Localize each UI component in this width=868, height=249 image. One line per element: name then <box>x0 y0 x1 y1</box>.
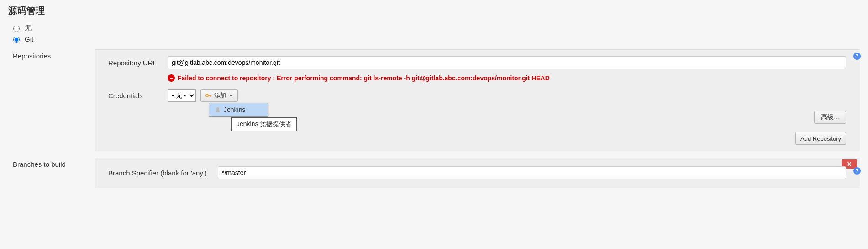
add-credentials-button[interactable]: 添加 <box>200 89 238 102</box>
repo-error-text: Failed to connect to repository : Error … <box>178 74 550 82</box>
svg-rect-4 <box>216 110 220 112</box>
repositories-block: Repositories Repository URL Failed to co… <box>13 49 860 151</box>
svg-point-3 <box>216 107 219 110</box>
add-credentials-label: 添加 <box>214 91 226 100</box>
repo-error: Failed to connect to repository : Error … <box>168 74 846 82</box>
radio-none[interactable] <box>13 26 20 32</box>
radio-git[interactable] <box>13 37 20 43</box>
repositories-label: Repositories <box>13 49 95 151</box>
credentials-dropdown-item-jenkins[interactable]: Jenkins <box>209 103 268 116</box>
branches-label: Branches to build <box>13 158 95 188</box>
caret-icon <box>229 95 233 97</box>
credentials-label: Credentials <box>108 89 168 100</box>
advanced-button[interactable]: 高级... <box>814 111 846 124</box>
branches-block: Branches to build X Branch Specifier (bl… <box>13 158 860 188</box>
section-title: 源码管理 <box>8 5 860 17</box>
help-icon[interactable] <box>853 53 861 60</box>
key-icon <box>205 93 212 98</box>
help-icon[interactable] <box>853 167 861 175</box>
scm-option-git[interactable]: Git <box>11 35 860 43</box>
credentials-tooltip: Jenkins 凭据提供者 <box>231 117 297 131</box>
add-repository-button[interactable]: Add Repository <box>795 132 846 145</box>
repo-url-label: Repository URL <box>108 56 168 67</box>
repo-url-input[interactable] <box>168 56 846 69</box>
credentials-select[interactable]: - 无 - <box>168 89 196 102</box>
jenkins-icon <box>215 106 221 113</box>
scm-option-none[interactable]: 无 <box>11 24 860 32</box>
credentials-dropdown-item-label: Jenkins <box>224 106 245 113</box>
error-icon <box>168 74 175 82</box>
branch-specifier-input[interactable] <box>218 166 846 179</box>
radio-git-label: Git <box>25 35 33 43</box>
radio-none-label: 无 <box>25 24 32 32</box>
credentials-dropdown: Jenkins <box>209 103 268 117</box>
branch-specifier-label: Branch Specifier (blank for 'any') <box>108 166 218 177</box>
svg-rect-2 <box>210 95 211 97</box>
